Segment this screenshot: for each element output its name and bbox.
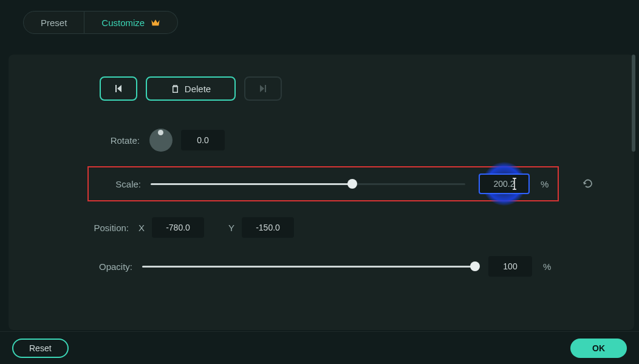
position-y-value[interactable]: -150.0 bbox=[242, 217, 294, 238]
rotate-row: Rotate: 0.0 bbox=[94, 127, 598, 153]
scale-label: Scale: bbox=[95, 179, 141, 189]
rotate-knob[interactable] bbox=[149, 129, 173, 152]
mode-tabs: Preset Customize bbox=[23, 11, 639, 34]
ok-button[interactable]: OK bbox=[570, 339, 627, 358]
opacity-unit: % bbox=[543, 261, 554, 272]
customize-panel: Delete Rotate: 0.0 Scale: % bbox=[9, 55, 634, 330]
rotate-label: Rotate: bbox=[94, 135, 140, 146]
scale-row: Scale: % bbox=[87, 166, 559, 201]
position-label: Position: bbox=[85, 223, 129, 233]
position-row: Position: X -780.0 Y -150.0 bbox=[94, 215, 598, 240]
position-x-value[interactable]: -780.0 bbox=[152, 217, 204, 238]
dialog-footer: Reset OK bbox=[0, 331, 639, 364]
scale-slider-thumb[interactable] bbox=[347, 179, 357, 189]
opacity-row: Opacity: 100 % bbox=[94, 254, 598, 279]
skip-back-icon bbox=[114, 84, 123, 93]
skip-forward-icon bbox=[258, 84, 268, 93]
tab-preset[interactable]: Preset bbox=[23, 11, 84, 34]
position-y-label: Y bbox=[228, 223, 234, 233]
opacity-slider-thumb[interactable] bbox=[470, 261, 480, 271]
rotate-value[interactable]: 0.0 bbox=[181, 130, 225, 150]
tab-customize-label: Customize bbox=[101, 18, 145, 28]
trash-icon bbox=[171, 84, 180, 93]
prev-keyframe-button[interactable] bbox=[100, 76, 137, 101]
opacity-label: Opacity: bbox=[89, 261, 132, 272]
opacity-slider[interactable] bbox=[142, 265, 475, 268]
delete-label: Delete bbox=[185, 84, 211, 94]
scale-slider[interactable] bbox=[151, 182, 465, 186]
crown-icon bbox=[151, 18, 160, 27]
scale-unit: % bbox=[541, 179, 552, 189]
position-x-label: X bbox=[138, 223, 145, 233]
delete-button[interactable]: Delete bbox=[146, 76, 236, 101]
scale-value-container bbox=[479, 174, 530, 194]
scale-input[interactable] bbox=[479, 174, 530, 194]
keyframe-buttons: Delete bbox=[100, 76, 598, 101]
next-keyframe-button[interactable] bbox=[244, 76, 282, 101]
reset-button[interactable]: Reset bbox=[12, 339, 69, 358]
opacity-value[interactable]: 100 bbox=[488, 256, 532, 277]
tab-customize[interactable]: Customize bbox=[84, 11, 178, 34]
panel-scrollbar[interactable] bbox=[632, 55, 635, 152]
reset-icon[interactable] bbox=[582, 178, 594, 190]
